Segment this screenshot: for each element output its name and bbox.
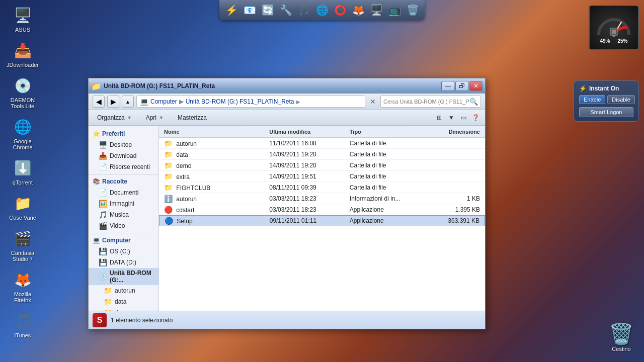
recycle-bin-icon[interactable]: 🗑️ xyxy=(609,322,634,346)
taskbar-icon-display[interactable]: 🖥️ xyxy=(368,2,384,18)
enable-button[interactable]: Enable xyxy=(579,95,605,104)
risorse-recenti-icon: 📄 xyxy=(99,163,107,171)
sidebar-immagini-label: Immagini xyxy=(110,200,134,207)
itunes-icon: 🎵 xyxy=(13,311,33,331)
apri-chevron: ▼ xyxy=(159,115,164,120)
help-button[interactable]: ❓ xyxy=(470,112,481,123)
forward-button[interactable]: ▶ xyxy=(107,96,119,108)
masterizza-button[interactable]: Masterizza xyxy=(173,112,211,123)
change-view-chevron[interactable]: ▼ xyxy=(446,112,457,123)
desktop-icon-google-chrome[interactable]: 🌐 Google Chrome xyxy=(5,117,40,150)
title-bar-left: 📁 Unità BD-ROM (G:) FS11_PLATIN_Reta xyxy=(91,81,441,91)
itunes-label: iTunes xyxy=(15,332,31,338)
mozilla-icon: 🦊 xyxy=(13,269,33,290)
data-d-icon: 💾 xyxy=(99,258,107,266)
desktop-icon-daemon-tools[interactable]: 💿 DAEMON Tools Lite xyxy=(5,75,40,109)
daemon-tools-label: DAEMON Tools Lite xyxy=(5,97,40,109)
sidebar-item-video[interactable]: 🎬 Video xyxy=(89,220,158,231)
taskbar-icon-tool[interactable]: 🔧 xyxy=(278,2,294,18)
taskbar-icon-mail[interactable]: 📧 xyxy=(242,2,258,18)
desktop-icon-camtasia[interactable]: 🎬 Camtasia Studio 7 xyxy=(5,228,40,262)
desktop-icon-itunes[interactable]: 🎵 iTunes xyxy=(5,311,40,338)
sidebar-item-autorun-sub[interactable]: 📁 autorun xyxy=(89,285,158,296)
desktop-bottom-right: 🗑️ Cestino xyxy=(609,322,634,352)
desktop-icon-jdownloader[interactable]: 📥 JDownloader xyxy=(5,40,40,68)
disable-button[interactable]: Disable xyxy=(607,95,635,104)
apri-button[interactable]: Apri ▼ xyxy=(141,112,168,123)
sidebar-item-data-sub[interactable]: 📁 data xyxy=(89,296,158,307)
sidebar-item-immagini[interactable]: 🖼️ Immagini xyxy=(89,198,158,209)
taskbar-icon-ie[interactable]: 🌐 xyxy=(314,2,330,18)
table-row[interactable]: 📁 autorun 11/10/2011 16:08 Cartella di f… xyxy=(159,138,485,149)
organizza-button[interactable]: Organizza ▼ xyxy=(93,112,136,123)
file-size-cdstart: 1.395 KB xyxy=(427,206,482,213)
file-date-fightclub: 08/11/2011 09:39 xyxy=(267,184,347,191)
desktop: ⚡ 📧 🔄 🔧 🎵 🌐 ⭕ 🦊 🖥️ 📺 🗑️ 🖥️ ASUS 📥 JDownl… xyxy=(0,0,644,362)
taskbar-icon-firefox[interactable]: 🦊 xyxy=(350,2,366,18)
col-header-size[interactable]: Dimensione xyxy=(427,129,482,135)
table-row[interactable]: 🔴 cdstart 03/03/2011 18:23 Applicazione … xyxy=(159,204,485,215)
google-chrome-label: Google Chrome xyxy=(5,138,40,150)
sidebar-section-raccolte[interactable]: 📚 Raccolte xyxy=(89,176,158,187)
desktop-icon-cose-varie[interactable]: 📁 Cose Varie xyxy=(5,193,40,221)
table-row[interactable]: 📁 FIGHTCLUB 08/11/2011 09:39 Cartella di… xyxy=(159,182,485,193)
col-header-name[interactable]: Nome xyxy=(162,129,267,135)
search-icon[interactable]: 🔍 xyxy=(469,98,478,106)
file-date-autorun-inf: 03/03/2011 18:23 xyxy=(267,195,347,202)
breadcrumb-bdrom[interactable]: Unità BD-ROM (G:) FS11_PLATIN_Reta xyxy=(186,98,294,105)
file-name-setup: 🔵 Setup xyxy=(162,217,267,225)
sidebar-section-computer[interactable]: 💻 Computer xyxy=(89,235,158,246)
sidebar-item-musica[interactable]: 🎵 Musica xyxy=(89,209,158,220)
apri-label: Apri xyxy=(146,114,156,121)
sidebar-item-demo-sub[interactable]: 📁 demo xyxy=(89,307,158,311)
instant-on-widget: ⚡ Instant On Enable Disable Smart Logon xyxy=(574,80,639,122)
table-row[interactable]: ℹ️ autorun 03/03/2011 18:23 Informazioni… xyxy=(159,193,485,204)
taskbar-icon-chrome[interactable]: ⭕ xyxy=(332,2,348,18)
table-row[interactable]: 🔵 Setup 09/11/2011 01:11 Applicazione 36… xyxy=(159,215,485,226)
taskbar-icon-torrent[interactable]: 🔄 xyxy=(260,2,276,18)
taskbar-icon-trash[interactable]: 🗑️ xyxy=(405,2,421,18)
desktop-icon-asus[interactable]: 🖥️ ASUS xyxy=(5,5,40,33)
jdownloader-icon: 📥 xyxy=(13,40,33,60)
sidebar-section-preferiti[interactable]: ⭐ Preferiti xyxy=(89,128,158,139)
cpu-percent: 49% xyxy=(600,38,610,44)
cose-varie-icon: 📁 xyxy=(13,193,33,213)
breadcrumb-computer[interactable]: Computer xyxy=(150,98,177,105)
change-view-button[interactable]: ⊞ xyxy=(434,112,445,123)
back-button[interactable]: ◀ xyxy=(93,96,105,108)
sidebar-divider-1 xyxy=(89,174,158,174)
masterizza-label: Masterizza xyxy=(178,114,207,121)
desktop-icon-utorrent[interactable]: ⬇️ qTorrent xyxy=(5,158,40,186)
sidebar-item-os-c[interactable]: 💾 OS (C:) xyxy=(89,246,158,257)
up-button[interactable]: ▲ xyxy=(122,96,134,108)
nav-clear-button[interactable]: ✕ xyxy=(368,97,378,107)
sidebar-autorun-sub-label: autorun xyxy=(115,287,135,294)
maximize-button[interactable]: 🗗 xyxy=(455,81,468,91)
taskbar-icon-monitor[interactable]: 📺 xyxy=(386,2,403,18)
desktop-icon-mozilla[interactable]: 🦊 Mozilla Firefox xyxy=(5,269,40,303)
window-title: Unità BD-ROM (G:) FS11_PLATIN_Reta xyxy=(104,82,215,89)
sidebar-item-documenti[interactable]: 📄 Documenti xyxy=(89,187,158,198)
close-button[interactable]: ✕ xyxy=(469,81,482,91)
sidebar-documenti-label: Documenti xyxy=(110,189,138,196)
sidebar-item-bdrom[interactable]: 💿 Unità BD-ROM (G:... xyxy=(89,268,158,285)
minimize-button[interactable]: — xyxy=(441,81,454,91)
preview-pane-button[interactable]: ▭ xyxy=(458,112,469,123)
col-header-date[interactable]: Ultima modifica xyxy=(267,129,347,135)
sidebar-item-risorse-recenti[interactable]: 📄 Risorse recenti xyxy=(89,161,158,172)
taskbar-icon-bolt[interactable]: ⚡ xyxy=(223,2,239,18)
taskbar-icon-music[interactable]: 🎵 xyxy=(296,2,312,18)
breadcrumb-icon: 💻 xyxy=(140,98,148,106)
col-header-type[interactable]: Tipo xyxy=(347,129,428,135)
table-row[interactable]: 📁 data 14/09/2011 19:20 Cartella di file xyxy=(159,149,485,160)
table-row[interactable]: 📁 extra 14/09/2011 19:51 Cartella di fil… xyxy=(159,171,485,182)
sidebar-item-data-d[interactable]: 💾 DATA (D:) xyxy=(89,257,158,268)
search-input[interactable] xyxy=(383,99,469,105)
sidebar-item-download[interactable]: 📥 Download xyxy=(89,150,158,161)
file-name-autorun-inf: ℹ️ autorun xyxy=(162,195,267,203)
sidebar-item-desktop[interactable]: 🖥️ Desktop xyxy=(89,139,158,150)
utorrent-icon: ⬇️ xyxy=(13,158,33,178)
table-row[interactable]: 📁 demo 14/09/2011 19:20 Cartella di file xyxy=(159,160,485,171)
smart-logon-button[interactable]: Smart Logon xyxy=(579,107,633,117)
file-type-cdstart: Applicazione xyxy=(347,206,428,213)
